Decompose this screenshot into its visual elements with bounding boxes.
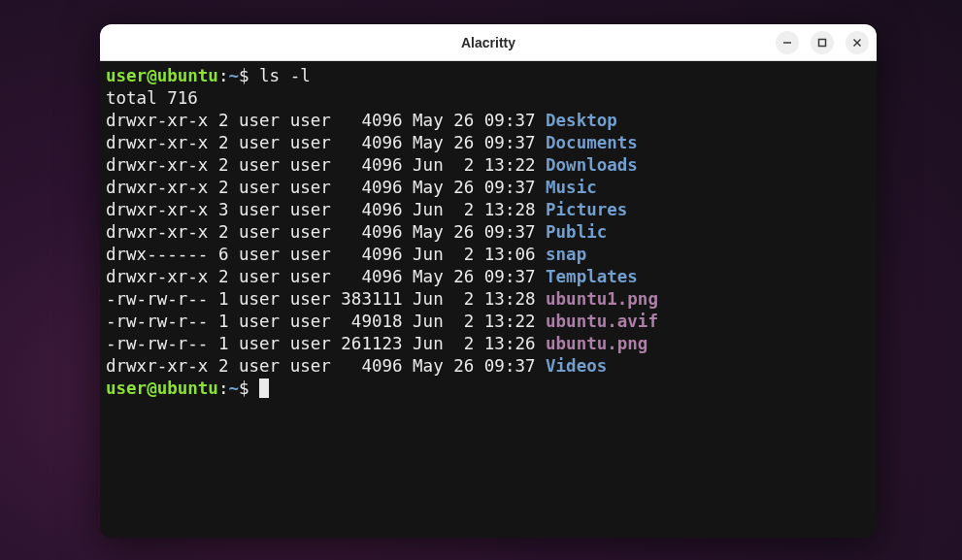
- file-name: ubuntu1.png: [546, 289, 658, 309]
- ls-entry: drwxr-xr-x 2 user user 4096 May 26 09:37…: [106, 355, 871, 378]
- window-controls: [776, 31, 869, 54]
- minimize-icon: [782, 38, 792, 48]
- ls-entry: drwxr-xr-x 2 user user 4096 May 26 09:37…: [106, 177, 871, 199]
- svg-rect-1: [819, 39, 826, 46]
- directory-name: Documents: [546, 133, 638, 152]
- directory-name: Public: [546, 222, 607, 242]
- directory-name: Downloads: [546, 155, 638, 175]
- titlebar[interactable]: Alacritty: [100, 24, 877, 61]
- maximize-button[interactable]: [811, 31, 834, 54]
- ls-entry: -rw-rw-r-- 1 user user 383111 Jun 2 13:2…: [106, 288, 871, 311]
- prompt-userhost: user@ubuntu: [106, 66, 218, 85]
- directory-name: Videos: [546, 356, 607, 376]
- directory-name: Pictures: [546, 200, 627, 219]
- ls-entry: drwx------ 6 user user 4096 Jun 2 13:06 …: [106, 244, 871, 266]
- directory-name: Desktop: [546, 111, 617, 130]
- terminal-window: Alacritty user@ubuntu:~$ ls -ltotal 716d…: [100, 24, 877, 538]
- prompt-userhost: user@ubuntu: [106, 379, 218, 398]
- ls-entry: drwxr-xr-x 3 user user 4096 Jun 2 13:28 …: [106, 199, 871, 221]
- prompt-line: user@ubuntu:~$: [106, 378, 871, 400]
- prompt-path: ~: [228, 379, 239, 398]
- prompt: user@ubuntu:~$: [106, 379, 259, 398]
- file-name: ubuntu.avif: [546, 312, 658, 331]
- close-icon: [852, 38, 862, 48]
- directory-name: Music: [546, 178, 597, 197]
- maximize-icon: [817, 38, 827, 48]
- close-button[interactable]: [846, 31, 869, 54]
- ls-entry: drwxr-xr-x 2 user user 4096 Jun 2 13:22 …: [106, 154, 871, 177]
- command-line: user@ubuntu:~$ ls -l: [106, 65, 871, 87]
- cursor: [259, 379, 269, 398]
- ls-entry: drwxr-xr-x 2 user user 4096 May 26 09:37…: [106, 110, 871, 132]
- window-title: Alacritty: [100, 35, 877, 50]
- terminal-body[interactable]: user@ubuntu:~$ ls -ltotal 716drwxr-xr-x …: [100, 61, 877, 538]
- command-text: ls -l: [259, 66, 311, 85]
- ls-entry: drwxr-xr-x 2 user user 4096 May 26 09:37…: [106, 221, 871, 244]
- file-name: ubuntu.png: [546, 334, 647, 353]
- directory-name: snap: [546, 245, 586, 264]
- total-line: total 716: [106, 87, 871, 110]
- minimize-button[interactable]: [776, 31, 799, 54]
- prompt: user@ubuntu:~$: [106, 66, 259, 85]
- prompt-path: ~: [228, 66, 239, 85]
- directory-name: Templates: [546, 267, 638, 286]
- ls-entry: drwxr-xr-x 2 user user 4096 May 26 09:37…: [106, 132, 871, 154]
- ls-entry: drwxr-xr-x 2 user user 4096 May 26 09:37…: [106, 266, 871, 288]
- ls-entry: -rw-rw-r-- 1 user user 261123 Jun 2 13:2…: [106, 333, 871, 355]
- ls-entry: -rw-rw-r-- 1 user user 49018 Jun 2 13:22…: [106, 311, 871, 333]
